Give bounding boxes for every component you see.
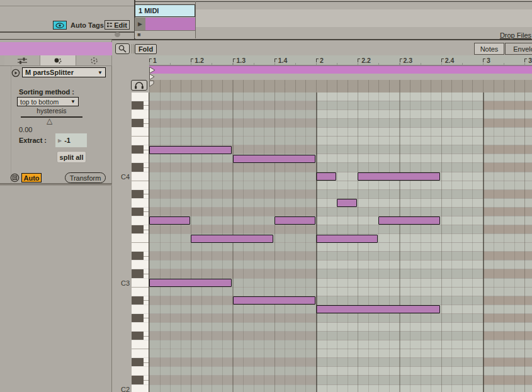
loop-start-marker[interactable]: [149, 67, 156, 74]
piano-key-E3[interactable]: [132, 243, 149, 252]
midi-note-G3[interactable]: [149, 216, 190, 225]
start-marker-lane[interactable]: [149, 74, 532, 81]
device-title-bar[interactable]: [0, 42, 112, 55]
sorting-method-dropdown[interactable]: top to bottom ▼: [17, 97, 79, 106]
preset-circle-icon[interactable]: [11, 69, 20, 77]
tab-envelopes[interactable]: Envelo: [505, 43, 532, 55]
clip-start-marker[interactable]: [149, 74, 155, 80]
clip-slot[interactable]: ▶: [135, 18, 195, 30]
piano-key-G4[interactable]: [132, 110, 149, 119]
piano-key-D3[interactable]: [132, 260, 149, 269]
piano-key-F2[interactable]: [132, 340, 149, 349]
device-tab-target[interactable]: [76, 55, 112, 65]
midi-note-A2[interactable]: [316, 305, 440, 313]
split-all-button[interactable]: split all: [57, 151, 86, 163]
ruler-tick: 1: [149, 57, 157, 64]
piano-key-D#2[interactable]: [132, 358, 149, 367]
hysteresis-value: 0.00: [19, 126, 32, 133]
midi-note-D#4[interactable]: [149, 146, 232, 154]
piano-key-F4[interactable]: [132, 128, 149, 137]
midi-note-F3[interactable]: [191, 235, 273, 243]
piano-key-E4[interactable]: [132, 137, 149, 145]
piano-key-G2[interactable]: [132, 323, 149, 332]
dashed-circle-icon: [90, 57, 98, 65]
piano-key-C#3[interactable]: [132, 269, 149, 278]
piano-key-G#3[interactable]: [132, 208, 149, 216]
beat-time-ruler[interactable]: 11.21.31.422.22.32.433.: [149, 55, 532, 65]
grid-top-band: [149, 80, 532, 92]
piano-key-D#3[interactable]: [132, 252, 149, 260]
piano-key-A3[interactable]: [132, 199, 149, 208]
piano-key-A#3[interactable]: [132, 190, 149, 199]
device-mode-icon[interactable]: [10, 173, 20, 182]
loop-bar[interactable]: [149, 65, 532, 74]
session-right-border: [195, 1, 196, 38]
browser-divider-line: [0, 6, 134, 6]
toolbar-separator: [133, 44, 134, 53]
piano-key-F#3[interactable]: [132, 225, 149, 234]
piano-key-D2[interactable]: [132, 367, 149, 376]
hysteresis-slider-handle[interactable]: △: [47, 116, 52, 125]
panel-divider[interactable]: [0, 31, 134, 33]
device-tab-bar: [0, 55, 112, 66]
piano-key-D#4[interactable]: [132, 145, 149, 154]
midi-note-C4[interactable]: [358, 172, 440, 181]
midi-note-A#2[interactable]: [233, 296, 315, 305]
piano-key-C#4[interactable]: [132, 163, 149, 172]
piano-key-A2[interactable]: [132, 305, 149, 314]
piano-key-A4[interactable]: [132, 92, 149, 101]
device-tab-notes[interactable]: [40, 55, 76, 65]
midi-note-G3[interactable]: [274, 216, 315, 225]
piano-key-C#2[interactable]: [132, 376, 149, 384]
midi-clip[interactable]: [145, 18, 195, 30]
tab-notes[interactable]: Notes: [474, 43, 504, 55]
device-tab-sliders[interactable]: [4, 55, 40, 65]
extract-label: Extract :: [19, 137, 47, 144]
piano-key-B2[interactable]: [132, 288, 149, 296]
piano-key-G3[interactable]: [132, 216, 149, 225]
note-grid[interactable]: [149, 92, 532, 392]
preset-name: M partsSplitter: [25, 69, 74, 76]
piano-key-F3[interactable]: [132, 234, 149, 243]
midi-note-C3[interactable]: [149, 279, 232, 287]
fold-button[interactable]: Fold: [135, 44, 157, 54]
piano-key-C4[interactable]: [132, 172, 149, 181]
piano-key-D4[interactable]: [132, 154, 149, 163]
grid-start-nub: [149, 81, 154, 87]
sorting-method-label: Sorting method :: [19, 88, 74, 96]
octave-label-C2: C2: [112, 386, 130, 392]
piano-key-C3[interactable]: [132, 279, 149, 288]
octave-label-C4: C4: [112, 173, 130, 181]
preset-dropdown[interactable]: M partsSplitter ▼: [22, 67, 106, 77]
auto-toggle[interactable]: Auto: [21, 173, 42, 182]
edit-button[interactable]: Edit: [105, 20, 130, 30]
midi-note-F3[interactable]: [316, 235, 378, 243]
device-left-margin-line: [11, 66, 11, 184]
auto-tags-eye-toggle[interactable]: [53, 21, 67, 30]
extract-number-box[interactable]: ▶ -1: [55, 133, 87, 147]
clip-stop-slot[interactable]: ■: [135, 30, 195, 38]
piano-key-F#2[interactable]: [132, 332, 149, 340]
session-empty-row: [195, 9, 532, 27]
midi-note-G3[interactable]: [378, 216, 440, 225]
device-panel: M partsSplitter ▼ Sorting method : top t…: [0, 40, 112, 392]
clip-play-icon[interactable]: ▶: [135, 18, 145, 30]
midi-preview-button[interactable]: [131, 80, 147, 91]
piano-key-C2[interactable]: [132, 385, 149, 392]
piano-key-B3[interactable]: [132, 181, 149, 190]
piano-key-G#4[interactable]: [132, 101, 149, 110]
piano-key-G#2[interactable]: [132, 314, 149, 323]
drop-files-hint: Drop Files: [500, 31, 532, 39]
midi-note-A3[interactable]: [337, 199, 357, 207]
stop-icon: ■: [137, 32, 140, 38]
transform-button[interactable]: Transform: [65, 172, 106, 183]
session-top-border: [135, 1, 532, 2]
midi-note-D4[interactable]: [233, 155, 315, 163]
midi-track-header[interactable]: 1 MIDI: [135, 4, 195, 17]
piano-key-A#2[interactable]: [132, 296, 149, 305]
divider-handle-dot[interactable]: [115, 32, 120, 37]
piano-key-E2[interactable]: [132, 349, 149, 358]
midi-note-C4[interactable]: [316, 172, 336, 181]
piano-key-F#4[interactable]: [132, 119, 149, 128]
ruler-tick: 2.4: [441, 57, 455, 64]
